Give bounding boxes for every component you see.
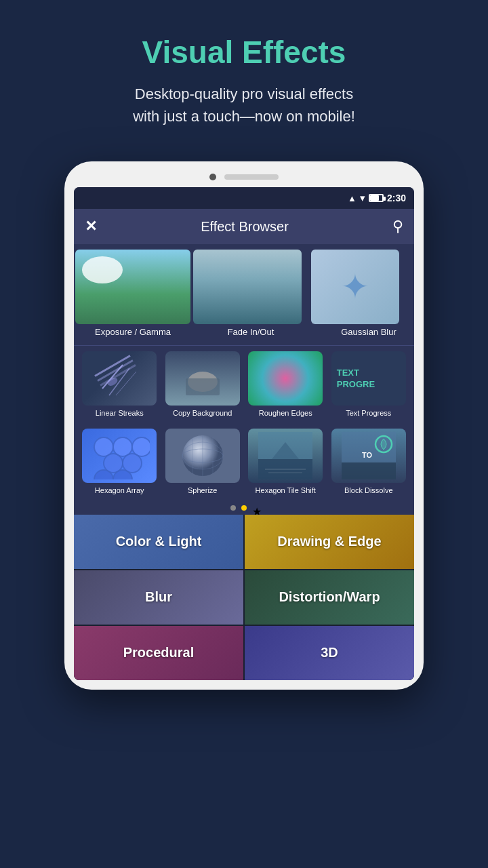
svg-rect-25 xyxy=(342,462,396,479)
effect-item-spherize[interactable]: Spherize xyxy=(164,429,242,495)
effect-item-block-dissolve[interactable]: TO Block Dissolve xyxy=(330,429,408,495)
effect-thumb-hexagon-array xyxy=(82,429,157,483)
close-button[interactable]: ✕ xyxy=(85,218,97,235)
horizontal-effects-list: Exposure / Gamma Fade In/Out ✦ Gaussian … xyxy=(74,244,414,346)
effect-name-spherize: Spherize xyxy=(188,486,217,495)
effects-grid-row2: Hexagon Array xyxy=(74,423,414,500)
search-button[interactable]: ⚲ xyxy=(392,218,403,235)
battery-icon xyxy=(369,194,384,202)
category-label-color-light: Color & Light xyxy=(116,534,202,549)
effect-thumb-copy-background xyxy=(165,351,240,406)
svg-rect-5 xyxy=(186,378,220,395)
effect-item-hexagon-tile[interactable]: Hexagon Tile Shift xyxy=(247,429,325,495)
text-prog-line1: TEXT xyxy=(337,368,359,378)
effect-thumb-text-progress: TEXT PROGRE xyxy=(331,351,406,406)
category-label-drawing-edge: Drawing & Edge xyxy=(277,534,381,549)
toolbar-title: Effect Browser xyxy=(201,219,289,235)
effect-label-fade: Fade In/Out xyxy=(193,324,308,338)
effect-item-linear-streaks[interactable]: Linear Streaks xyxy=(81,351,159,418)
category-3d[interactable]: 3D xyxy=(245,626,414,680)
page-title: Visual Effects xyxy=(41,34,447,71)
effect-name-text-progress: Text Progress xyxy=(346,408,391,418)
effect-item-text-progress[interactable]: TEXT PROGRE Text Progress xyxy=(330,351,408,418)
speaker-bar xyxy=(224,174,279,180)
effect-label-blur: Gaussian Blur xyxy=(311,324,414,338)
category-drawing-edge[interactable]: Drawing & Edge xyxy=(245,515,414,569)
app-screen: ▲ ▾ 2:30 ✕ Effect Browser ⚲ E xyxy=(74,187,414,680)
status-icons: ▲ ▾ 2:30 xyxy=(348,192,406,204)
app-toolbar: ✕ Effect Browser ⚲ xyxy=(74,209,414,244)
signal-icon: ▲ xyxy=(348,193,357,203)
category-label-distortion-warp: Distortion/Warp xyxy=(279,589,380,605)
effect-item-fade[interactable]: Fade In/Out xyxy=(193,250,308,338)
category-blur[interactable]: Blur xyxy=(74,570,243,625)
page-subtitle: Desktop-quality pro visual effectswith j… xyxy=(41,83,447,127)
effect-thumb-spherize xyxy=(165,429,240,483)
effect-item-roughen-edges[interactable]: Roughen Edges xyxy=(247,351,325,418)
effect-name-hexagon-tile: Hexagon Tile Shift xyxy=(256,486,316,495)
status-bar: ▲ ▾ 2:30 xyxy=(74,187,414,209)
effect-thumb-block-dissolve: TO xyxy=(331,429,406,483)
effect-thumb-linear-streaks xyxy=(82,351,157,406)
svg-line-2 xyxy=(116,372,136,395)
effect-item-copy-background[interactable]: Copy Background xyxy=(164,351,242,418)
effect-name-linear-streaks: Linear Streaks xyxy=(96,408,144,418)
effect-thumb-fade xyxy=(193,250,302,324)
category-label-blur: Blur xyxy=(145,589,172,605)
dot-3[interactable]: ★ xyxy=(252,505,258,511)
category-label-procedural: Procedural xyxy=(123,645,194,660)
effect-item-blur[interactable]: ✦ Gaussian Blur xyxy=(311,250,414,338)
phone-top-bar xyxy=(74,174,414,180)
category-color-light[interactable]: Color & Light xyxy=(74,515,243,569)
text-prog-line2: PROGRE xyxy=(337,379,375,389)
effect-name-roughen-edges: Roughen Edges xyxy=(259,408,312,418)
dot-1[interactable] xyxy=(230,505,236,511)
effect-name-block-dissolve: Block Dissolve xyxy=(344,486,393,495)
category-label-3d: 3D xyxy=(321,645,338,660)
camera-dot xyxy=(209,174,216,180)
effect-name-hexagon-array: Hexagon Array xyxy=(95,486,144,495)
category-procedural[interactable]: Procedural xyxy=(74,626,243,680)
effects-grid-row1: Linear Streaks Copy Background Roug xyxy=(74,346,414,423)
category-distortion-warp[interactable]: Distortion/Warp xyxy=(245,570,414,625)
effect-item-hexagon-array[interactable]: Hexagon Array xyxy=(81,429,159,495)
effect-thumb-hexagon-tile xyxy=(248,429,323,483)
effect-thumb-exposure xyxy=(75,250,190,324)
effect-thumb-roughen-edges xyxy=(248,351,323,406)
wifi-icon: ▾ xyxy=(360,192,365,204)
pagination-dots: ★ xyxy=(74,501,414,515)
effect-label-exposure: Exposure / Gamma xyxy=(75,324,190,338)
star-decoration: ✦ xyxy=(341,267,369,307)
phone-mockup: ▲ ▾ 2:30 ✕ Effect Browser ⚲ E xyxy=(0,161,488,690)
time-display: 2:30 xyxy=(387,193,406,203)
dot-2-active[interactable] xyxy=(241,505,247,511)
svg-text:TO: TO xyxy=(362,451,373,459)
svg-point-3 xyxy=(106,376,119,388)
phone-body: ▲ ▾ 2:30 ✕ Effect Browser ⚲ E xyxy=(64,161,424,690)
effect-item-exposure[interactable]: Exposure / Gamma xyxy=(75,250,190,338)
header-section: Visual Effects Desktop-quality pro visua… xyxy=(0,0,488,148)
effect-name-copy-background: Copy Background xyxy=(173,408,232,418)
effect-thumb-blur: ✦ xyxy=(311,250,399,324)
categories-grid: Color & Light Drawing & Edge Blur Distor… xyxy=(74,515,414,680)
